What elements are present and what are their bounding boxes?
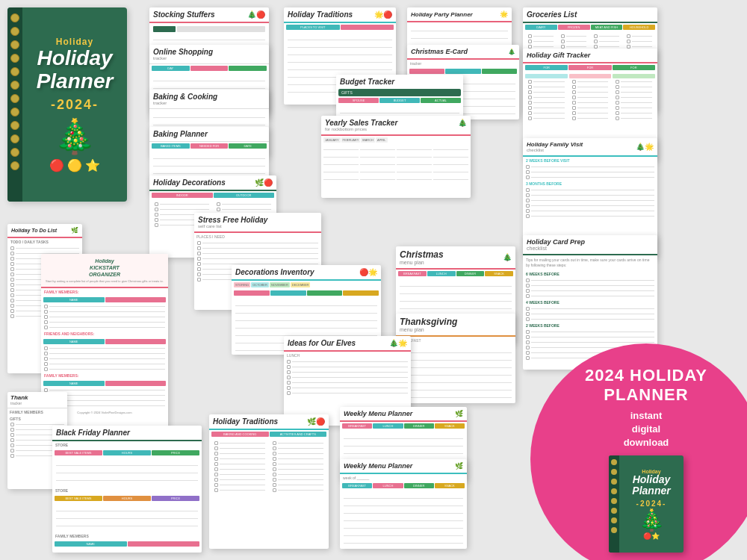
thanksgiving-title: Thanksgiving — [400, 317, 457, 327]
col-places: PLACES TO VISIT — [286, 25, 340, 30]
pink-circle-title: PLANNER — [585, 385, 707, 405]
cover-content: Holiday HolidayPlanner -2024- 🎄 🔴 🟡 ⭐ — [22, 7, 127, 202]
blackfriday-page: Black Friday Planner STORE BEST SALE ITE… — [52, 426, 202, 553]
blackfriday-title: Black Friday Planner — [56, 429, 198, 437]
party-title: Holiday Party Planner — [411, 11, 473, 18]
online-shopping-subtitle: tracker — [153, 56, 265, 60]
stocking-title: Stocking Stuffers — [153, 10, 215, 19]
weekly1-title: Weekly Menu Planner — [344, 410, 412, 417]
col-extra — [341, 25, 394, 30]
mini-planner-mockup: Holiday HolidayPlanner -2024- 🎄 🔴⭐ — [609, 455, 684, 553]
cover-ornament-row: 🔴 🟡 ⭐ — [49, 158, 101, 172]
mini-spine-dot — [611, 508, 617, 514]
yearly-sales-page: Yearly Sales Tracker for rockbottom pric… — [321, 116, 471, 198]
card-prep-subtitle: checklist — [527, 246, 654, 251]
baking-cooking-title: Baking & Cooking — [153, 93, 265, 101]
decorations-title: Holiday Decorations — [153, 178, 226, 187]
family-visit-title: Holiday Family Visit — [527, 141, 583, 148]
mini-spine-dot — [611, 479, 617, 485]
ecard-title: Christmas E-Card — [411, 48, 468, 55]
cover-main-title: HolidayPlanner — [37, 47, 114, 93]
spine-circle — [10, 108, 19, 116]
pink-circle-content: 2024 HOLIDAY PLANNER instant digital dow… — [585, 366, 707, 449]
todo-title: Holiday To Do List — [11, 228, 57, 233]
pink-circle-badge-text: instant digital download — [585, 409, 707, 450]
elves-title: Ideas for Our Elves — [288, 339, 356, 347]
mini-holiday-title: HolidayPlanner — [632, 474, 670, 497]
traditions-bottom-title: Holiday Traditions — [213, 417, 278, 426]
thanksgiving-subtitle: menu plan — [400, 327, 457, 332]
pink-circle-badge: 2024 HOLIDAY PLANNER instant digital dow… — [530, 343, 747, 560]
cover-year: -2024- — [51, 97, 99, 113]
mini-cover-content: Holiday HolidayPlanner -2024- 🎄 🔴⭐ — [619, 455, 684, 553]
spine-circle — [10, 94, 19, 103]
main-container: Holiday HolidayPlanner -2024- 🎄 🔴 🟡 ⭐ St… — [0, 0, 747, 560]
spine-circle — [10, 27, 19, 36]
stress-free-title: Stress Free Holiday — [198, 216, 317, 224]
mini-tree-icon: 🎄 — [639, 508, 665, 532]
planner-cover: Holiday HolidayPlanner -2024- 🎄 🔴 🟡 ⭐ — [7, 7, 127, 202]
deco-inventory-title: Decorations Inventory — [235, 268, 314, 276]
spine-circle — [10, 161, 19, 170]
budget-title: Budget Tracker — [340, 78, 459, 86]
weekly-menu2-page: Weekly Menu Planner 🌿 week of ______ BRE… — [340, 459, 467, 549]
traditions-cols: PLACES TO VISIT — [284, 23, 396, 31]
mini-spine — [609, 455, 619, 553]
mini-spine-dot — [611, 488, 617, 494]
weekly2-title: Weekly Menu Planner — [344, 462, 412, 470]
spine-circle — [10, 134, 19, 143]
spine-circle — [10, 13, 19, 22]
stocking-ornament: 🎄🔴 — [247, 10, 265, 19]
spine-circle — [10, 81, 19, 90]
mini-spine-dot — [611, 498, 617, 504]
baking-planner-title: Baking Planner — [153, 130, 265, 138]
card-prep-title: Holiday Card Prep — [527, 238, 654, 246]
thanksgiving-page: Thanksgiving menu plan BREAKFAST — [396, 314, 515, 403]
mini-year: -2024- — [636, 500, 667, 508]
mini-spine-dot — [611, 459, 617, 465]
spine-circle — [10, 67, 19, 76]
christmas-menu-subtitle: menu plan — [400, 260, 444, 265]
spine-circle — [10, 40, 19, 49]
traditions-top-title: Holiday Traditions — [288, 10, 353, 19]
thankyou-subtitle: tracker — [10, 401, 64, 405]
mini-spine-dot — [611, 517, 617, 523]
cover-holiday-label: Holiday — [56, 37, 93, 47]
online-shopping-title: Online Shopping — [153, 48, 265, 56]
traditions-top-deco: 🌟🔴 — [374, 10, 392, 19]
family-visit-subtitle: checklist — [527, 148, 583, 152]
gift-tracker-title: Holiday Gift Tracker — [527, 52, 654, 59]
spine — [7, 7, 22, 202]
christmas-menu-title: Christmas — [400, 249, 444, 260]
sales-title: Yearly Sales Tracker — [325, 119, 397, 127]
spine-circle — [10, 121, 19, 130]
thankyou-title: Thank — [10, 394, 64, 401]
pages-spread: Holiday HolidayPlanner -2024- 🎄 🔴 🟡 ⭐ St… — [0, 0, 747, 560]
mini-spine-dot — [611, 469, 617, 475]
spine-circle — [10, 148, 19, 157]
pink-circle-year: 2024 HOLIDAY — [585, 366, 707, 385]
groceries-title: Groceries List — [527, 10, 577, 19]
stress-free-subtitle: self care list — [198, 224, 317, 228]
traditions-bottom-page: Holiday Traditions 🌿🔴 BAKING AND COOKING… — [209, 414, 329, 549]
sales-subtitle: for rockbottom prices — [325, 127, 397, 131]
spine-circle — [10, 54, 19, 63]
baking-cooking-subtitle: tracker — [153, 101, 265, 105]
kickstart-title: HolidayKICKSTARTORGANIZER — [45, 258, 164, 278]
cover-tree-icon: 🎄 — [54, 116, 96, 156]
mini-spine-dot — [611, 527, 617, 533]
